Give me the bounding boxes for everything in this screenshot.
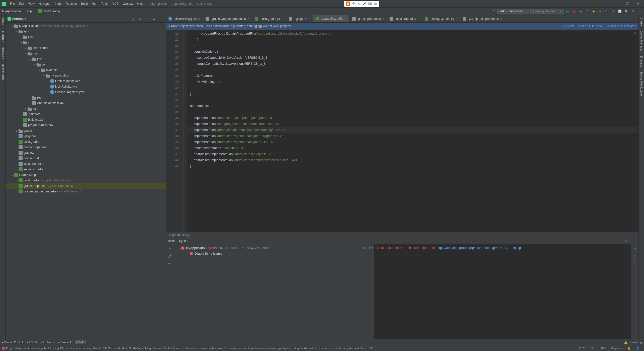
build-hide-icon[interactable]: ─ bbox=[631, 238, 636, 244]
debug-icon[interactable]: 🐞 bbox=[571, 9, 577, 14]
project-tree[interactable]: ▾MyApplicationE:\Android\workspace\MyApp… bbox=[6, 23, 166, 339]
sdk-icon[interactable]: ⬇ bbox=[610, 9, 616, 14]
code-editor[interactable]: 2122232425262728293031323334353637383940… bbox=[166, 30, 638, 232]
editor-tab[interactable]: MainActivity.java× bbox=[166, 15, 203, 22]
tree-node[interactable]: build.gradle bbox=[6, 117, 166, 122]
tree-node[interactable]: gradle.properties bbox=[6, 145, 166, 150]
close-tab-icon[interactable]: × bbox=[281, 17, 283, 21]
panel-settings-icon[interactable]: ⚙ bbox=[151, 16, 157, 22]
tree-node[interactable]: gradlew bbox=[6, 150, 166, 156]
menu-refactor[interactable]: Refactor bbox=[64, 1, 79, 7]
tree-node[interactable]: AndroidManifest.xml bbox=[6, 100, 166, 106]
tree-node[interactable]: MainActivity.java bbox=[6, 84, 166, 89]
breadcrumb-item[interactable]: MyApplication bbox=[2, 10, 21, 13]
inspection-ok-icon[interactable]: ✓ bbox=[633, 31, 636, 35]
tree-node[interactable]: FirstFragment.java bbox=[6, 78, 166, 84]
breadcrumb-item[interactable]: build.gradle bbox=[44, 10, 60, 13]
left-tool-structure[interactable]: Structure bbox=[1, 29, 5, 45]
devices-selector[interactable]: Loading Devices...▾ bbox=[530, 9, 564, 14]
right-tool-device-file-explorer[interactable]: Device File Explorer bbox=[639, 69, 643, 99]
tree-node[interactable]: ▾example bbox=[6, 67, 166, 73]
close-tab-icon[interactable]: × bbox=[382, 17, 384, 21]
tree-node[interactable]: proguard-rules.pro bbox=[6, 122, 166, 128]
tool-window-terminal[interactable]: ▪ Terminal bbox=[58, 341, 71, 344]
build-tree-row[interactable]: ▾ !MyApplication: failed At 2022/9/5 000… bbox=[174, 245, 373, 251]
tree-node[interactable]: ▾app bbox=[6, 29, 166, 34]
left-tool-build-variants[interactable]: Build Variants bbox=[1, 61, 5, 83]
menu-file[interactable]: File bbox=[8, 1, 17, 7]
close-button[interactable]: ✕ bbox=[633, 0, 644, 8]
scroll-end-icon[interactable]: ⤓ bbox=[632, 253, 637, 259]
right-tool-gradle[interactable]: Gradle bbox=[639, 15, 643, 28]
read-only-icon[interactable]: 🔓 bbox=[625, 346, 633, 350]
tree-node[interactable]: ▾src bbox=[6, 40, 166, 45]
menu-help[interactable]: Help bbox=[135, 1, 145, 7]
close-tab-icon[interactable]: × bbox=[455, 17, 457, 21]
editor-tab[interactable]: settings.gradle (:)× bbox=[422, 15, 460, 22]
back-icon[interactable]: ↶ bbox=[491, 9, 496, 14]
project-panel-title[interactable]: Android ▾ bbox=[8, 17, 26, 21]
expand-icon[interactable]: ≡ bbox=[137, 16, 143, 22]
tool-window-todo[interactable]: ▪ TODO bbox=[27, 341, 37, 344]
indent[interactable]: 4 spaces bbox=[609, 347, 625, 350]
close-tab-icon[interactable]: × bbox=[417, 17, 419, 21]
tree-node[interactable]: build.gradle bbox=[6, 139, 166, 145]
close-tab-icon[interactable]: × bbox=[309, 17, 311, 21]
tree-node[interactable]: gradle-wrapper.properties(Gradle Version… bbox=[6, 189, 166, 194]
tree-node[interactable]: settings.gradle bbox=[6, 167, 166, 172]
soft-wrap-icon[interactable]: ↩ bbox=[632, 246, 637, 251]
banner-action[interactable]: Open 'Build' View bbox=[579, 24, 602, 28]
event-log-button[interactable]: Event Log bbox=[624, 340, 642, 344]
build-settings-icon[interactable]: ⚙ bbox=[623, 238, 629, 244]
ime-toolbar[interactable]: S 中 •, 🎤 ⌨ ⊞ bbox=[344, 1, 379, 7]
line-ending[interactable]: LF bbox=[588, 347, 596, 350]
tree-node[interactable]: ▾MyApplicationE:\Android\workspace\MyApp… bbox=[6, 23, 166, 29]
tree-node[interactable]: .gitignore bbox=[6, 133, 166, 139]
encoding[interactable]: UTF-8 bbox=[596, 347, 609, 350]
banner-action[interactable]: Try Again bbox=[562, 24, 575, 28]
left-tool-favorites[interactable]: Favorites bbox=[1, 45, 5, 61]
caret-position[interactable]: 37:70 bbox=[576, 347, 588, 350]
tree-node[interactable]: build.gradle(Project: MyApplication) bbox=[6, 178, 166, 183]
avd-icon[interactable]: 📱 bbox=[604, 9, 609, 14]
close-tab-icon[interactable]: × bbox=[198, 17, 200, 21]
tool-window-build[interactable]: ▪ Build bbox=[75, 340, 86, 344]
hide-panel-icon[interactable]: ─ bbox=[158, 16, 164, 22]
menu-edit[interactable]: Edit bbox=[17, 1, 26, 7]
menu-tools[interactable]: Tools bbox=[99, 1, 110, 7]
build-tree[interactable]: ▾ !MyApplication: failed At 2022/9/5 000… bbox=[173, 244, 374, 339]
search-icon[interactable]: 🔍 bbox=[623, 9, 629, 14]
code-content[interactable]: proguardFiles getDefaultProguardFile('pr… bbox=[187, 30, 638, 232]
tree-node[interactable]: ▸gradle bbox=[6, 128, 166, 133]
collapse-icon[interactable]: ÷ bbox=[144, 16, 150, 22]
tree-node[interactable]: ▾myapplication bbox=[6, 73, 166, 78]
right-tool-emulator[interactable]: Emulator bbox=[639, 53, 643, 69]
eye-icon[interactable]: 👁 bbox=[167, 261, 172, 266]
apply-changes-icon[interactable]: ⚡ bbox=[591, 9, 596, 14]
left-tool-project[interactable]: Project bbox=[1, 15, 5, 29]
tree-node[interactable]: SecondFragment.java bbox=[6, 89, 166, 95]
build-tab[interactable]: Sync × bbox=[177, 238, 190, 244]
run-icon[interactable]: ▶ bbox=[565, 9, 570, 14]
tool-window-problems[interactable]: ▪ Problems bbox=[41, 341, 54, 344]
tree-node[interactable]: ▾java bbox=[6, 56, 166, 62]
editor-tab[interactable]: app\build.gradle× bbox=[313, 15, 350, 22]
ime-mic-icon[interactable]: 🎤 bbox=[362, 2, 367, 6]
close-tab-icon[interactable]: × bbox=[500, 17, 502, 21]
editor-tab[interactable]: gradle.properties× bbox=[350, 15, 387, 22]
tree-node[interactable]: ▾Gradle Scripts bbox=[6, 172, 166, 178]
menu-navigate[interactable]: Navigate bbox=[37, 1, 52, 7]
minimize-button[interactable]: ─ bbox=[610, 0, 621, 8]
tool-window-version-control[interactable]: ▪ Version Control bbox=[2, 341, 23, 344]
menu-run[interactable]: Run bbox=[90, 1, 99, 7]
code-breadcrumb[interactable]: dependencies() bbox=[166, 232, 638, 238]
tree-node[interactable]: gradle.properties(Global Properties) bbox=[6, 183, 166, 189]
fold-gutter[interactable] bbox=[183, 30, 187, 232]
menu-view[interactable]: View bbox=[26, 1, 37, 7]
tree-node[interactable]: ▾main bbox=[6, 51, 166, 56]
editor-tab[interactable]: .gitignore× bbox=[286, 15, 314, 22]
build-output[interactable]: Could not install Gradle distribution fr… bbox=[374, 244, 631, 339]
pin-icon[interactable]: 📌 bbox=[167, 253, 172, 259]
menu-code[interactable]: Code bbox=[52, 1, 64, 7]
menu-vcs[interactable]: VCS bbox=[110, 1, 121, 7]
